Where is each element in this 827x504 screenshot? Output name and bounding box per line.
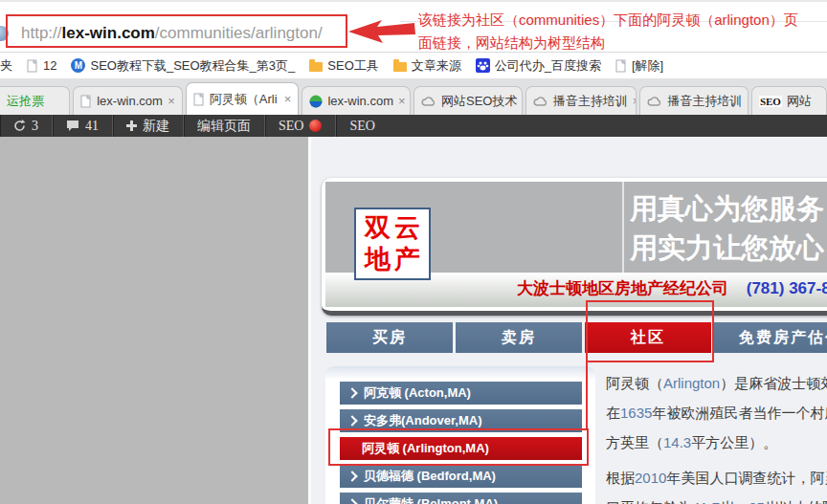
url-scheme: http://: [21, 24, 62, 42]
new-label: 新建: [143, 118, 169, 135]
page-icon: [193, 93, 205, 106]
logo-line1: 双云: [361, 212, 424, 244]
site-logo[interactable]: 双云 地产: [354, 208, 431, 280]
chevron-right-icon: [346, 471, 357, 481]
text-line: 在1635年被欧洲殖民者当作一个村庄: [606, 398, 827, 427]
tab-label: lex-win.com: [327, 94, 393, 108]
tab-close-icon[interactable]: ×: [284, 92, 292, 106]
bookmark-12[interactable]: 12: [27, 58, 56, 73]
bookmark-remove[interactable]: [解除]: [615, 57, 663, 75]
company-line: 大波士顿地区房地产经纪公司 (781) 367-85: [517, 277, 827, 299]
menu-item-bedford[interactable]: 贝德福德 (Bedford,MA): [340, 465, 582, 488]
bookmark-label: SEO工具: [327, 57, 378, 75]
slogan-line1: 用真心为您服务: [630, 189, 824, 229]
nav-sell[interactable]: 卖房: [456, 322, 582, 353]
article-text: 阿灵顿（Arlington）是麻省波士顿郊区 在1635年被欧洲殖民者当作一个村…: [606, 368, 827, 504]
new-button[interactable]: 新建: [113, 115, 184, 137]
paragraph-2: 根据2010年美国人口调查统计，阿灵 口平均年龄为41.7岁。25岁以上的阿: [606, 463, 827, 504]
nav-free-appraisal[interactable]: 免费房产估价: [714, 322, 827, 353]
bookmark-seo-tutorial[interactable]: M SEO教程下载_SEO教程合集_第3页_: [71, 57, 295, 75]
folder-icon: [393, 62, 407, 72]
url-domain: lex-win.com: [62, 24, 155, 42]
tab-ticket[interactable]: 运抢票: [0, 86, 70, 115]
text-line: 方英里（14.3平方公里）。: [606, 427, 827, 457]
tab-label: 阿灵顿（Arli: [210, 91, 278, 108]
seo-icon: SEO: [759, 96, 782, 107]
main-nav: 买房 卖房 社区 免费房产估价: [326, 322, 827, 353]
tab-label: 播音主持培训: [667, 93, 742, 110]
bookmark-label: 文章来源: [412, 57, 461, 75]
refresh-icon: [13, 120, 26, 132]
menu-item-label: 安多弗(Andover,MA): [364, 412, 482, 429]
seo-status-button[interactable]: SEO: [265, 115, 336, 137]
paragraph-1: 阿灵顿（Arlington）是麻省波士顿郊区 在1635年被欧洲殖民者当作一个村…: [606, 368, 827, 457]
menu-item-label: 贝尔蒙特 (Belmont,MA): [364, 495, 498, 504]
cloud-icon: [533, 96, 548, 107]
site-slogan: 用真心为您服务 用实力让您放心: [630, 189, 824, 268]
tab-strip: 运抢票 lex-win.com × 阿灵顿（Arli × lex-win.com…: [0, 79, 827, 115]
seo-status-dot-icon: [309, 120, 322, 132]
bookmark-label: SEO教程下载_SEO教程合集_第3页_: [90, 57, 295, 75]
plus-icon: [126, 121, 137, 131]
communities-panel: 阿克顿 (Acton,MA) 安多弗(Andover,MA) 阿灵顿 (Arli…: [325, 366, 595, 504]
page-icon: [80, 95, 92, 108]
bookmarks-bar: 夹 12 M SEO教程下载_SEO教程合集_第3页_ SEO工具 文章来源 公…: [0, 53, 827, 79]
cloud-icon: [647, 96, 662, 107]
tab-lexwin-1[interactable]: lex-win.com ×: [73, 86, 183, 115]
tab-broadcast-1[interactable]: 播音主持培训 ×: [525, 86, 637, 115]
menu-item-acton[interactable]: 阿克顿 (Acton,MA): [340, 382, 582, 405]
bookmark-baidu-search[interactable]: 公司代办_百度搜索: [476, 57, 601, 75]
page-icon: [27, 59, 38, 73]
tab-seo-tech[interactable]: 网站SEO技术 ×: [414, 86, 523, 115]
webpage-viewport: 双云 地产 用真心为您服务 用实力让您放心 大波士顿地区房地产经纪公司 (781…: [308, 137, 827, 504]
bookmark-label: [解除]: [632, 57, 663, 75]
tab-label: 运抢票: [7, 93, 44, 110]
tab-close-icon[interactable]: ×: [633, 94, 637, 108]
phone-number: (781) 367-85: [747, 279, 827, 297]
page-icon: [615, 59, 627, 73]
chevron-right-icon: [346, 415, 357, 426]
url-path: /communities/arlington/: [155, 24, 323, 42]
tab-label: 播音主持培训: [553, 93, 628, 110]
bookmark-folder-clipped[interactable]: 夹: [0, 57, 12, 75]
text-line: 阿灵顿（Arlington）是麻省波士顿郊区: [606, 368, 827, 398]
tab-arlington-active[interactable]: 阿灵顿（Arli ×: [186, 82, 300, 115]
tab-label: 网站SEO技术: [441, 93, 517, 110]
nav-buy[interactable]: 买房: [326, 322, 453, 353]
slogan-line2: 用实力让您放心: [630, 229, 824, 268]
text-line: 根据2010年美国人口调查统计，阿灵: [606, 463, 827, 493]
seo-menu-button[interactable]: SEO: [336, 115, 388, 137]
menu-item-arlington[interactable]: 阿灵顿 (Arlington,MA): [340, 437, 582, 460]
nav-communities[interactable]: 社区: [585, 322, 711, 353]
menu-item-belmont[interactable]: 贝尔蒙特 (Belmont,MA): [340, 493, 582, 504]
edit-page-button[interactable]: 编辑页面: [184, 115, 265, 137]
folder-icon: [309, 62, 323, 72]
bookmark-label: 公司代办_百度搜索: [495, 57, 601, 75]
chevron-right-icon: [346, 498, 357, 504]
bookmark-article-source[interactable]: 文章来源: [393, 57, 461, 75]
url-input[interactable]: http://lex-win.com/communities/arlington…: [21, 24, 323, 43]
divider: [400, 21, 827, 22]
divider: [622, 182, 624, 273]
bookmark-seo-tools[interactable]: SEO工具: [309, 57, 378, 75]
baidu-paw-icon: [476, 58, 490, 73]
chevron-right-icon: [346, 387, 357, 398]
site-header-card: 双云 地产 用真心为您服务 用实力让您放心 大波士顿地区房地产经纪公司 (781…: [322, 178, 827, 316]
refresh-button[interactable]: 3: [0, 115, 53, 137]
logo-line2: 地产: [361, 244, 424, 275]
tab-close-icon[interactable]: ×: [747, 94, 749, 108]
edit-page-label: 编辑页面: [197, 118, 251, 135]
menu-item-label: 阿灵顿 (Arlington,MA): [362, 440, 489, 457]
tab-broadcast-2[interactable]: 播音主持培训 ×: [639, 86, 749, 115]
tab-close-icon[interactable]: ×: [168, 94, 175, 108]
left-empty-pane: [0, 137, 308, 504]
seo-label: SEO: [279, 119, 303, 134]
menu-item-andover[interactable]: 安多弗(Andover,MA): [340, 409, 582, 432]
tab-lexwin-2[interactable]: lex-win.com ×: [302, 86, 411, 115]
seo2-label: SEO: [349, 119, 374, 134]
tab-seo-site[interactable]: SEO 网站: [751, 86, 827, 115]
tab-label: lex-win.com: [97, 94, 163, 108]
tab-close-icon[interactable]: ×: [398, 94, 406, 108]
comments-button[interactable]: 41: [53, 115, 113, 137]
bookmark-label: 夹: [0, 57, 12, 75]
